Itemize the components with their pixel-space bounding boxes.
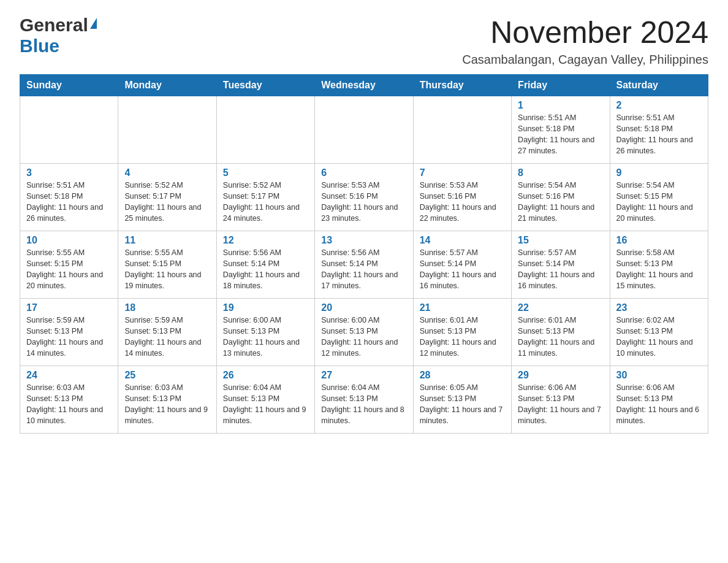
calendar-cell: 8Sunrise: 5:54 AM Sunset: 5:16 PM Daylig… xyxy=(512,164,610,231)
calendar-header-row: SundayMondayTuesdayWednesdayThursdayFrid… xyxy=(20,75,708,96)
logo: General Blue xyxy=(20,15,97,56)
day-number: 26 xyxy=(223,370,308,381)
day-info: Sunrise: 6:00 AM Sunset: 5:13 PM Dayligh… xyxy=(321,315,406,359)
day-info: Sunrise: 5:53 AM Sunset: 5:16 PM Dayligh… xyxy=(420,180,505,224)
day-info: Sunrise: 6:04 AM Sunset: 5:13 PM Dayligh… xyxy=(321,382,406,427)
calendar-week-row: 24Sunrise: 6:03 AM Sunset: 5:13 PM Dayli… xyxy=(20,366,708,434)
calendar-cell xyxy=(216,96,314,164)
day-info: Sunrise: 5:51 AM Sunset: 5:18 PM Dayligh… xyxy=(26,180,112,224)
day-number: 25 xyxy=(124,370,210,381)
day-number: 10 xyxy=(26,235,112,246)
calendar-day-header: Tuesday xyxy=(216,75,314,96)
calendar-cell: 13Sunrise: 5:56 AM Sunset: 5:14 PM Dayli… xyxy=(315,231,413,299)
day-number: 18 xyxy=(124,302,210,313)
calendar-day-header: Saturday xyxy=(610,75,708,96)
day-info: Sunrise: 5:57 AM Sunset: 5:14 PM Dayligh… xyxy=(420,247,505,292)
day-number: 15 xyxy=(518,235,603,246)
calendar-table: SundayMondayTuesdayWednesdayThursdayFrid… xyxy=(20,74,708,434)
day-number: 28 xyxy=(420,370,505,381)
calendar-cell: 10Sunrise: 5:55 AM Sunset: 5:15 PM Dayli… xyxy=(20,231,118,299)
day-info: Sunrise: 5:56 AM Sunset: 5:14 PM Dayligh… xyxy=(223,247,308,292)
day-number: 14 xyxy=(420,235,505,246)
calendar-cell: 15Sunrise: 5:57 AM Sunset: 5:14 PM Dayli… xyxy=(512,231,610,299)
day-number: 8 xyxy=(518,167,603,178)
calendar-cell: 1Sunrise: 5:51 AM Sunset: 5:18 PM Daylig… xyxy=(512,96,610,164)
calendar-cell: 23Sunrise: 6:02 AM Sunset: 5:13 PM Dayli… xyxy=(610,299,708,366)
logo-triangle-icon xyxy=(90,18,97,29)
day-info: Sunrise: 6:02 AM Sunset: 5:13 PM Dayligh… xyxy=(616,315,702,359)
day-number: 27 xyxy=(321,370,406,381)
day-number: 29 xyxy=(518,370,603,381)
day-info: Sunrise: 5:55 AM Sunset: 5:15 PM Dayligh… xyxy=(26,247,112,292)
calendar-cell: 3Sunrise: 5:51 AM Sunset: 5:18 PM Daylig… xyxy=(20,164,118,231)
calendar-cell: 27Sunrise: 6:04 AM Sunset: 5:13 PM Dayli… xyxy=(315,366,413,434)
calendar-cell: 22Sunrise: 6:01 AM Sunset: 5:13 PM Dayli… xyxy=(512,299,610,366)
day-number: 12 xyxy=(223,235,308,246)
calendar-cell: 21Sunrise: 6:01 AM Sunset: 5:13 PM Dayli… xyxy=(413,299,511,366)
day-number: 3 xyxy=(26,167,112,178)
calendar-day-header: Sunday xyxy=(20,75,118,96)
calendar-cell: 12Sunrise: 5:56 AM Sunset: 5:14 PM Dayli… xyxy=(216,231,314,299)
day-info: Sunrise: 6:06 AM Sunset: 5:13 PM Dayligh… xyxy=(518,382,603,427)
day-info: Sunrise: 5:59 AM Sunset: 5:13 PM Dayligh… xyxy=(26,315,112,359)
calendar-cell: 14Sunrise: 5:57 AM Sunset: 5:14 PM Dayli… xyxy=(413,231,511,299)
day-info: Sunrise: 5:51 AM Sunset: 5:18 PM Dayligh… xyxy=(616,112,702,157)
calendar-cell: 11Sunrise: 5:55 AM Sunset: 5:15 PM Dayli… xyxy=(118,231,216,299)
day-number: 22 xyxy=(518,302,603,313)
day-number: 7 xyxy=(420,167,505,178)
calendar-cell: 6Sunrise: 5:53 AM Sunset: 5:16 PM Daylig… xyxy=(315,164,413,231)
day-info: Sunrise: 5:53 AM Sunset: 5:16 PM Dayligh… xyxy=(321,180,406,224)
calendar-day-header: Wednesday xyxy=(315,75,413,96)
day-info: Sunrise: 6:03 AM Sunset: 5:13 PM Dayligh… xyxy=(26,382,112,427)
calendar-week-row: 3Sunrise: 5:51 AM Sunset: 5:18 PM Daylig… xyxy=(20,164,708,231)
day-number: 1 xyxy=(518,100,603,111)
day-number: 11 xyxy=(124,235,210,246)
day-info: Sunrise: 5:58 AM Sunset: 5:13 PM Dayligh… xyxy=(616,247,702,292)
calendar-cell: 7Sunrise: 5:53 AM Sunset: 5:16 PM Daylig… xyxy=(413,164,511,231)
day-info: Sunrise: 6:01 AM Sunset: 5:13 PM Dayligh… xyxy=(420,315,505,359)
day-info: Sunrise: 5:54 AM Sunset: 5:16 PM Dayligh… xyxy=(518,180,603,224)
day-number: 30 xyxy=(616,370,702,381)
calendar-day-header: Thursday xyxy=(413,75,511,96)
day-info: Sunrise: 6:00 AM Sunset: 5:13 PM Dayligh… xyxy=(223,315,308,359)
day-info: Sunrise: 5:54 AM Sunset: 5:15 PM Dayligh… xyxy=(616,180,702,224)
calendar-cell: 29Sunrise: 6:06 AM Sunset: 5:13 PM Dayli… xyxy=(512,366,610,434)
day-info: Sunrise: 5:57 AM Sunset: 5:14 PM Dayligh… xyxy=(518,247,603,292)
calendar-week-row: 1Sunrise: 5:51 AM Sunset: 5:18 PM Daylig… xyxy=(20,96,708,164)
calendar-cell: 28Sunrise: 6:05 AM Sunset: 5:13 PM Dayli… xyxy=(413,366,511,434)
title-block: November 2024 Casambalangan, Cagayan Val… xyxy=(462,15,708,67)
location-subtitle: Casambalangan, Cagayan Valley, Philippin… xyxy=(462,53,708,67)
calendar-cell: 24Sunrise: 6:03 AM Sunset: 5:13 PM Dayli… xyxy=(20,366,118,434)
calendar-cell: 26Sunrise: 6:04 AM Sunset: 5:13 PM Dayli… xyxy=(216,366,314,434)
calendar-cell: 17Sunrise: 5:59 AM Sunset: 5:13 PM Dayli… xyxy=(20,299,118,366)
day-number: 17 xyxy=(26,302,112,313)
day-info: Sunrise: 6:03 AM Sunset: 5:13 PM Dayligh… xyxy=(124,382,210,427)
logo-blue-text: Blue xyxy=(20,36,59,56)
day-info: Sunrise: 5:59 AM Sunset: 5:13 PM Dayligh… xyxy=(124,315,210,359)
day-info: Sunrise: 6:04 AM Sunset: 5:13 PM Dayligh… xyxy=(223,382,308,427)
day-number: 2 xyxy=(616,100,702,111)
day-number: 21 xyxy=(420,302,505,313)
calendar-cell: 20Sunrise: 6:00 AM Sunset: 5:13 PM Dayli… xyxy=(315,299,413,366)
calendar-cell: 30Sunrise: 6:06 AM Sunset: 5:13 PM Dayli… xyxy=(610,366,708,434)
calendar-day-header: Monday xyxy=(118,75,216,96)
calendar-cell: 9Sunrise: 5:54 AM Sunset: 5:15 PM Daylig… xyxy=(610,164,708,231)
day-number: 6 xyxy=(321,167,406,178)
day-info: Sunrise: 5:52 AM Sunset: 5:17 PM Dayligh… xyxy=(223,180,308,224)
day-info: Sunrise: 5:51 AM Sunset: 5:18 PM Dayligh… xyxy=(518,112,603,157)
calendar-cell: 4Sunrise: 5:52 AM Sunset: 5:17 PM Daylig… xyxy=(118,164,216,231)
calendar-cell: 18Sunrise: 5:59 AM Sunset: 5:13 PM Dayli… xyxy=(118,299,216,366)
calendar-week-row: 10Sunrise: 5:55 AM Sunset: 5:15 PM Dayli… xyxy=(20,231,708,299)
calendar-cell: 16Sunrise: 5:58 AM Sunset: 5:13 PM Dayli… xyxy=(610,231,708,299)
calendar-cell xyxy=(118,96,216,164)
day-info: Sunrise: 6:05 AM Sunset: 5:13 PM Dayligh… xyxy=(420,382,505,427)
day-info: Sunrise: 5:55 AM Sunset: 5:15 PM Dayligh… xyxy=(124,247,210,292)
calendar-cell xyxy=(413,96,511,164)
calendar-day-header: Friday xyxy=(512,75,610,96)
calendar-cell: 25Sunrise: 6:03 AM Sunset: 5:13 PM Dayli… xyxy=(118,366,216,434)
day-info: Sunrise: 6:01 AM Sunset: 5:13 PM Dayligh… xyxy=(518,315,603,359)
day-number: 16 xyxy=(616,235,702,246)
calendar-cell: 5Sunrise: 5:52 AM Sunset: 5:17 PM Daylig… xyxy=(216,164,314,231)
calendar-cell xyxy=(315,96,413,164)
day-info: Sunrise: 6:06 AM Sunset: 5:13 PM Dayligh… xyxy=(616,382,702,427)
